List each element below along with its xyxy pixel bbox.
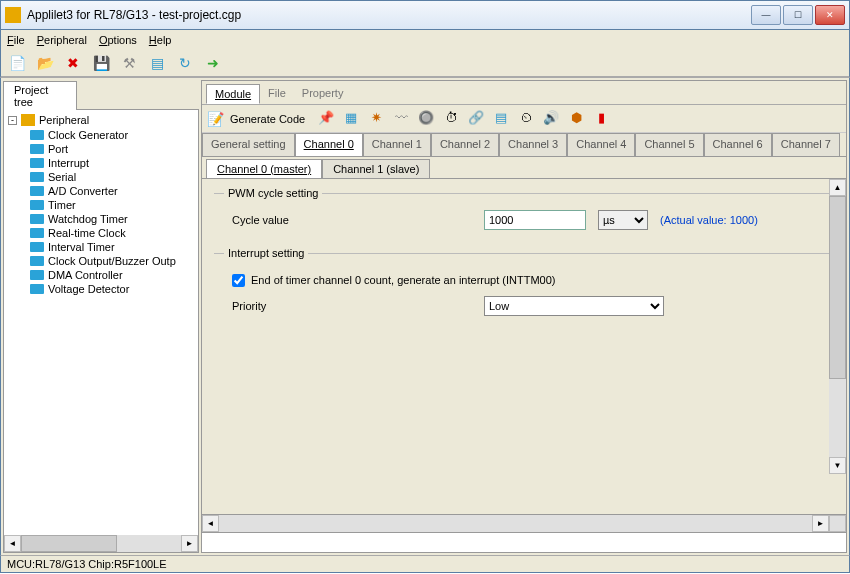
- scroll-track[interactable]: [21, 535, 181, 552]
- tree-item-timer[interactable]: Timer: [30, 198, 194, 212]
- tree-body: - Peripheral Clock Generator Port Interr…: [3, 109, 199, 553]
- close-button[interactable]: ✕: [815, 5, 845, 25]
- tab-channel-3[interactable]: Channel 3: [499, 133, 567, 156]
- clock-icon[interactable]: ⏱: [442, 110, 460, 128]
- menu-options[interactable]: Options: [99, 34, 137, 46]
- tree-item-clock-generator[interactable]: Clock Generator: [30, 128, 194, 142]
- sound-icon[interactable]: 🔊: [542, 110, 560, 128]
- app-icon: [5, 7, 21, 23]
- tab-channel-1-slave[interactable]: Channel 1 (slave): [322, 159, 430, 178]
- menu-peripheral[interactable]: Peripheral: [37, 34, 87, 46]
- vscroll-thumb[interactable]: [829, 196, 846, 379]
- tab-property[interactable]: Property: [294, 84, 352, 102]
- interrupt-setting-group: Interrupt setting End of timer channel 0…: [214, 247, 834, 327]
- generate-code-button[interactable]: Generate Code: [230, 113, 305, 125]
- peripheral-icon: [30, 186, 44, 196]
- tab-channel-0-master[interactable]: Channel 0 (master): [206, 159, 322, 178]
- tree-horizontal-scrollbar[interactable]: ◄ ►: [4, 535, 198, 552]
- tree-item-port[interactable]: Port: [30, 142, 194, 156]
- tab-channel-4[interactable]: Channel 4: [567, 133, 635, 156]
- tab-general-setting[interactable]: General setting: [202, 133, 295, 156]
- peripheral-icon: [30, 172, 44, 182]
- tab-channel-6[interactable]: Channel 6: [704, 133, 772, 156]
- spark-icon[interactable]: ✷: [367, 110, 385, 128]
- refresh-icon[interactable]: ↻: [175, 53, 195, 73]
- interrupt-checkbox-label: End of timer channel 0 count, generate a…: [251, 274, 556, 286]
- scroll-thumb[interactable]: [21, 535, 117, 552]
- minimize-button[interactable]: —: [751, 5, 781, 25]
- interrupt-checkbox[interactable]: [232, 274, 245, 287]
- form-vertical-scrollbar[interactable]: ▲ ▼: [829, 179, 846, 474]
- tab-channel-5[interactable]: Channel 5: [635, 133, 703, 156]
- scroll-right-icon[interactable]: ►: [812, 515, 829, 532]
- peripheral-icon: [30, 270, 44, 280]
- tab-module[interactable]: Module: [206, 84, 260, 104]
- priority-select[interactable]: Low: [484, 296, 664, 316]
- peripheral-icons-row: 📌 ▦ ✷ 〰 🔘 ⏱ 🔗 ▤ ⏲ 🔊 ⬢ ▮: [317, 110, 610, 128]
- tab-channel-0[interactable]: Channel 0: [295, 133, 363, 156]
- titlebar: Applilet3 for RL78/G13 - test-project.cg…: [0, 0, 850, 30]
- build-icon[interactable]: ⚒: [119, 53, 139, 73]
- tree-item-watchdog-timer[interactable]: Watchdog Timer: [30, 212, 194, 226]
- hscroll-track[interactable]: [219, 515, 812, 532]
- tab-file[interactable]: File: [260, 84, 294, 102]
- grid-icon[interactable]: ▦: [342, 110, 360, 128]
- export-icon[interactable]: ➜: [203, 53, 223, 73]
- peripheral-icon: [30, 200, 44, 210]
- timer-icon[interactable]: ⏲: [517, 110, 535, 128]
- tab-channel-2[interactable]: Channel 2: [431, 133, 499, 156]
- vscroll-track[interactable]: [829, 196, 846, 457]
- tree-item-real-time-clock[interactable]: Real-time Clock: [30, 226, 194, 240]
- new-icon[interactable]: 📄: [7, 53, 27, 73]
- right-panel: Module File Property 📝 Generate Code 📌 ▦…: [201, 80, 847, 553]
- peripheral-icon: [30, 158, 44, 168]
- tree-item-ad-converter[interactable]: A/D Converter: [30, 184, 194, 198]
- form-area: PWM cycle setting Cycle value µs (Actual…: [202, 179, 846, 514]
- code-icon[interactable]: ▤: [147, 53, 167, 73]
- scroll-down-icon[interactable]: ▼: [829, 457, 846, 474]
- cycle-unit-select[interactable]: µs: [598, 210, 648, 230]
- save-icon[interactable]: 💾: [91, 53, 111, 73]
- tree-root[interactable]: - Peripheral: [8, 114, 194, 126]
- menu-file[interactable]: File: [7, 34, 25, 46]
- tree-root-label: Peripheral: [39, 114, 89, 126]
- cycle-value-label: Cycle value: [224, 214, 484, 226]
- sub-channel-tabs: Channel 0 (master) Channel 1 (slave): [202, 157, 846, 179]
- minimize-icon: —: [762, 11, 771, 20]
- tree-item-serial[interactable]: Serial: [30, 170, 194, 184]
- link-icon[interactable]: 🔗: [467, 110, 485, 128]
- menu-help[interactable]: Help: [149, 34, 172, 46]
- calendar-icon[interactable]: ▤: [492, 110, 510, 128]
- scroll-left-icon[interactable]: ◄: [4, 535, 21, 552]
- maximize-button[interactable]: ☐: [783, 5, 813, 25]
- cycle-value-input[interactable]: [484, 210, 586, 230]
- gauge-icon[interactable]: 🔘: [417, 110, 435, 128]
- open-icon[interactable]: 📂: [35, 53, 55, 73]
- project-tree-tab[interactable]: Project tree: [3, 81, 77, 110]
- scroll-up-icon[interactable]: ▲: [829, 179, 846, 196]
- channel-tabs: General setting Channel 0 Channel 1 Chan…: [202, 133, 846, 157]
- tree-item-interval-timer[interactable]: Interval Timer: [30, 240, 194, 254]
- collapse-icon[interactable]: -: [8, 116, 17, 125]
- close-icon: ✕: [826, 11, 834, 20]
- pin-icon[interactable]: 📌: [317, 110, 335, 128]
- form-horizontal-scrollbar[interactable]: ◄ ►: [202, 515, 846, 532]
- wave-icon[interactable]: 〰: [392, 110, 410, 128]
- scroll-left-icon[interactable]: ◄: [202, 515, 219, 532]
- status-text: MCU:RL78/G13 Chip:R5F100LE: [7, 558, 167, 570]
- output-area[interactable]: [202, 532, 846, 552]
- scroll-corner: [829, 515, 846, 532]
- chip-icon[interactable]: ⬢: [567, 110, 585, 128]
- tree-item-clock-output[interactable]: Clock Output/Buzzer Outp: [30, 254, 194, 268]
- toolbar: 📄 📂 ✖ 💾 ⚒ ▤ ↻ ➜: [0, 50, 850, 78]
- main-area: Project tree - Peripheral Clock Generato…: [0, 78, 850, 555]
- tab-channel-7[interactable]: Channel 7: [772, 133, 840, 156]
- tab-channel-1[interactable]: Channel 1: [363, 133, 431, 156]
- delete-icon[interactable]: ✖: [63, 53, 83, 73]
- tree-item-dma-controller[interactable]: DMA Controller: [30, 268, 194, 282]
- scroll-right-icon[interactable]: ►: [181, 535, 198, 552]
- tree-item-interrupt[interactable]: Interrupt: [30, 156, 194, 170]
- tree-item-voltage-detector[interactable]: Voltage Detector: [30, 282, 194, 296]
- actual-value-text: (Actual value: 1000): [660, 214, 758, 226]
- battery-icon[interactable]: ▮: [592, 110, 610, 128]
